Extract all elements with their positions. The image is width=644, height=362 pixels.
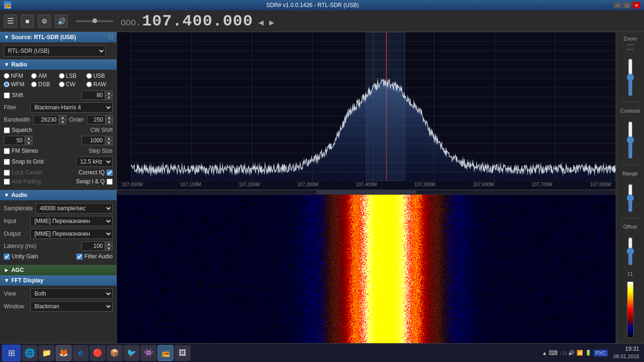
output-dropdown[interactable]: [MME] Переназначен [30, 229, 113, 239]
sdr-taskbar-icon[interactable]: 📻 [157, 345, 173, 361]
filter-audio-item: Filter Audio [76, 253, 113, 260]
range-slider[interactable] [626, 184, 635, 212]
step-size-dropdown[interactable]: 12.5 kHz [76, 156, 113, 167]
waterfall-panel[interactable] [117, 195, 616, 343]
contrast-slider[interactable] [626, 121, 635, 159]
source-dropdown[interactable]: RTL-SDR (USB) [4, 45, 106, 57]
firefox-icon[interactable]: 🦊 [56, 345, 72, 361]
scroll-thumb[interactable] [316, 190, 416, 194]
explorer-icon[interactable]: 📁 [39, 345, 55, 361]
minimize-button[interactable]: − [614, 2, 621, 8]
latency-down[interactable]: ▼ [105, 246, 113, 251]
window-dropdown[interactable]: Blackman [30, 301, 113, 312]
audio-button[interactable]: 🔊 [55, 15, 68, 28]
scale-value: 11 [627, 271, 633, 277]
shift-input: ▲ ▼ [82, 90, 113, 100]
correct-iq-item: Correct IQ [79, 169, 113, 176]
cw-shift-field[interactable] [82, 136, 105, 145]
spectrum-panel[interactable]: 0-5-10-15 -20-25-30-35 -40-45-50-55 -60-… [117, 32, 616, 190]
source-scroll-icon[interactable] [109, 35, 113, 39]
order-down[interactable]: ▼ [106, 120, 113, 124]
network-icon[interactable]: 📶 [577, 350, 583, 356]
app6-icon[interactable]: 🐦 [124, 345, 140, 361]
cw-shift-up[interactable]: ▲ [105, 136, 113, 140]
freq-prefix: OOO. [121, 18, 141, 28]
zoom-divider [627, 44, 634, 45]
bandwidth-up[interactable]: ▲ [59, 115, 66, 120]
scroll-bar[interactable] [117, 190, 616, 195]
lock-carrier-label[interactable]: Lock Carrier [12, 169, 42, 176]
shift-down-button[interactable]: ▼ [105, 95, 113, 100]
settings-button[interactable]: ⚙ [38, 15, 51, 28]
swap-iq-checkbox[interactable] [107, 179, 113, 185]
app7-icon[interactable]: 👾 [140, 345, 157, 361]
freq-arrows[interactable]: ◄ ► [257, 18, 276, 28]
shift-label[interactable]: Shift [12, 92, 23, 99]
filter-dropdown[interactable]: Blackman-Harris 4 [30, 102, 113, 113]
anti-fading-label[interactable]: Anti-Fading [12, 178, 41, 185]
unity-gain-checkbox[interactable] [4, 254, 10, 260]
squelch-label[interactable]: Squelch [12, 127, 32, 133]
bandwidth-down[interactable]: ▼ [59, 120, 66, 124]
ie-icon[interactable]: e [73, 345, 89, 361]
close-button[interactable]: ✕ [633, 2, 640, 8]
cw-shift-down[interactable]: ▼ [105, 140, 113, 145]
titlebar: 📻 SDR# v1.0.0.1426 - RTL-SDR (USB) − □ ✕ [0, 0, 644, 10]
samplerate-dropdown[interactable]: 48000 sample/sec [35, 203, 113, 214]
spectrum-canvas[interactable] [117, 32, 616, 189]
lang-indicator[interactable]: РУС [594, 350, 608, 356]
snap-to-grid-label[interactable]: Snap to Grid [12, 158, 43, 165]
maximize-button[interactable]: □ [623, 2, 631, 8]
opera-icon[interactable]: 🔴 [90, 345, 106, 361]
right-area: 0-5-10-15 -20-25-30-35 -40-45-50-55 -60-… [117, 32, 616, 343]
waterfall-canvas[interactable] [117, 195, 616, 343]
menu-button[interactable]: ☰ [4, 15, 17, 28]
start-button[interactable]: ⊞ [2, 345, 21, 362]
stop-button[interactable]: ■ [21, 15, 34, 28]
tray-arrow[interactable]: ▲ [542, 350, 547, 356]
filter-audio-checkbox[interactable] [76, 254, 83, 260]
correct-iq-label[interactable]: Correct IQ [79, 169, 105, 176]
radio-usb: USB [86, 73, 113, 79]
shift-checkbox[interactable] [4, 92, 10, 99]
fft-section-header[interactable]: ▼ FFT Display [0, 275, 116, 286]
audio-section-header[interactable]: ▼ Audio [0, 190, 116, 200]
fm-stereo-label[interactable]: FM Stereo [12, 148, 38, 154]
bandwidth-field[interactable] [33, 115, 59, 124]
unity-gain-label[interactable]: Unity Gain [12, 253, 38, 260]
order-input: ▲ ▼ [87, 115, 113, 124]
source-section-header[interactable]: ▼ Source: RTL-SDR (USB) [0, 32, 116, 42]
filter-audio-label[interactable]: Filter Audio [84, 253, 113, 260]
latency-up[interactable]: ▲ [105, 241, 113, 246]
radio-section-header[interactable]: ▼ Radio [0, 59, 116, 70]
squelch-field[interactable] [4, 136, 25, 145]
latency-field[interactable] [82, 241, 105, 251]
agc-section-header[interactable]: ► AGC [0, 265, 116, 275]
squelch-down[interactable]: ▼ [25, 140, 33, 145]
volume-slider[interactable] [75, 20, 113, 22]
order-field[interactable] [87, 115, 106, 124]
shift-up-button[interactable]: ▲ [105, 90, 113, 95]
clock[interactable]: 19:31 08.01.2016 [611, 345, 642, 360]
correct-iq-checkbox[interactable] [107, 170, 113, 176]
snap-to-grid-checkbox[interactable] [4, 159, 10, 165]
volume-icon[interactable]: 🔊 [568, 350, 575, 356]
offset-slider[interactable] [626, 237, 635, 265]
squelch-checkbox[interactable] [4, 127, 10, 133]
chrome-icon[interactable]: 🌐 [22, 345, 38, 361]
app5-icon[interactable]: 📦 [107, 345, 123, 361]
radio-nfm: NFM [4, 73, 30, 79]
freq-axis: 107,000M107,100M107,200M 107,300M107,400… [117, 181, 616, 189]
lock-carrier-checkbox[interactable] [4, 170, 10, 176]
radio-content: NFM AM LSB USB WFM DSB CW [0, 70, 116, 190]
app9-icon[interactable]: 🖼 [174, 345, 190, 361]
swap-iq-label[interactable]: Swap I & Q [76, 178, 105, 185]
view-dropdown[interactable]: Both [30, 288, 113, 299]
input-dropdown[interactable]: [MME] Переназначен [30, 216, 113, 226]
zoom-slider[interactable] [626, 58, 635, 96]
order-up[interactable]: ▲ [106, 115, 113, 120]
fm-stereo-checkbox[interactable] [4, 148, 10, 154]
shift-value-field[interactable] [82, 90, 105, 100]
anti-fading-checkbox[interactable] [4, 179, 10, 185]
squelch-up[interactable]: ▲ [25, 136, 33, 140]
